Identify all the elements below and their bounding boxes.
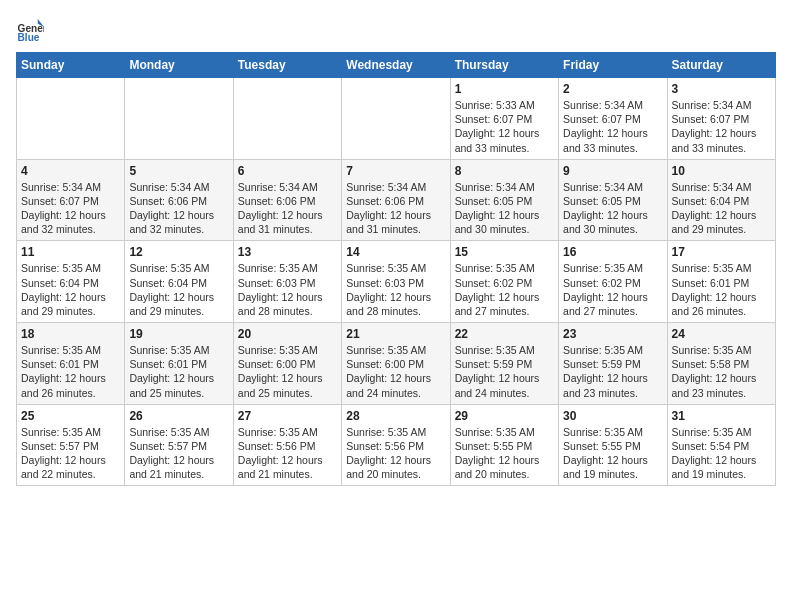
calendar-cell: 13Sunrise: 5:35 AM Sunset: 6:03 PM Dayli… — [233, 241, 341, 323]
day-number: 2 — [563, 82, 662, 96]
day-info: Sunrise: 5:35 AM Sunset: 5:56 PM Dayligh… — [346, 425, 445, 482]
calendar-cell: 26Sunrise: 5:35 AM Sunset: 5:57 PM Dayli… — [125, 404, 233, 486]
calendar-cell: 16Sunrise: 5:35 AM Sunset: 6:02 PM Dayli… — [559, 241, 667, 323]
calendar-cell: 19Sunrise: 5:35 AM Sunset: 6:01 PM Dayli… — [125, 323, 233, 405]
day-info: Sunrise: 5:35 AM Sunset: 6:04 PM Dayligh… — [129, 261, 228, 318]
calendar-cell: 22Sunrise: 5:35 AM Sunset: 5:59 PM Dayli… — [450, 323, 558, 405]
day-number: 17 — [672, 245, 771, 259]
day-number: 7 — [346, 164, 445, 178]
weekday-header-thursday: Thursday — [450, 53, 558, 78]
svg-text:Blue: Blue — [18, 32, 40, 43]
day-info: Sunrise: 5:35 AM Sunset: 6:00 PM Dayligh… — [238, 343, 337, 400]
day-number: 20 — [238, 327, 337, 341]
calendar-cell: 27Sunrise: 5:35 AM Sunset: 5:56 PM Dayli… — [233, 404, 341, 486]
day-info: Sunrise: 5:34 AM Sunset: 6:07 PM Dayligh… — [672, 98, 771, 155]
day-number: 4 — [21, 164, 120, 178]
calendar-cell: 14Sunrise: 5:35 AM Sunset: 6:03 PM Dayli… — [342, 241, 450, 323]
calendar-cell: 11Sunrise: 5:35 AM Sunset: 6:04 PM Dayli… — [17, 241, 125, 323]
day-info: Sunrise: 5:35 AM Sunset: 5:54 PM Dayligh… — [672, 425, 771, 482]
day-info: Sunrise: 5:34 AM Sunset: 6:06 PM Dayligh… — [346, 180, 445, 237]
calendar-cell: 31Sunrise: 5:35 AM Sunset: 5:54 PM Dayli… — [667, 404, 775, 486]
calendar-cell: 29Sunrise: 5:35 AM Sunset: 5:55 PM Dayli… — [450, 404, 558, 486]
day-number: 30 — [563, 409, 662, 423]
day-info: Sunrise: 5:35 AM Sunset: 5:55 PM Dayligh… — [455, 425, 554, 482]
day-number: 26 — [129, 409, 228, 423]
day-number: 9 — [563, 164, 662, 178]
day-number: 8 — [455, 164, 554, 178]
day-info: Sunrise: 5:35 AM Sunset: 5:57 PM Dayligh… — [129, 425, 228, 482]
day-info: Sunrise: 5:35 AM Sunset: 5:59 PM Dayligh… — [563, 343, 662, 400]
calendar-cell: 30Sunrise: 5:35 AM Sunset: 5:55 PM Dayli… — [559, 404, 667, 486]
calendar-cell: 28Sunrise: 5:35 AM Sunset: 5:56 PM Dayli… — [342, 404, 450, 486]
calendar-cell: 2Sunrise: 5:34 AM Sunset: 6:07 PM Daylig… — [559, 78, 667, 160]
weekday-header-sunday: Sunday — [17, 53, 125, 78]
calendar-cell — [342, 78, 450, 160]
day-number: 19 — [129, 327, 228, 341]
calendar-cell: 5Sunrise: 5:34 AM Sunset: 6:06 PM Daylig… — [125, 159, 233, 241]
day-info: Sunrise: 5:34 AM Sunset: 6:04 PM Dayligh… — [672, 180, 771, 237]
day-info: Sunrise: 5:33 AM Sunset: 6:07 PM Dayligh… — [455, 98, 554, 155]
day-number: 15 — [455, 245, 554, 259]
calendar-cell: 9Sunrise: 5:34 AM Sunset: 6:05 PM Daylig… — [559, 159, 667, 241]
calendar-cell: 18Sunrise: 5:35 AM Sunset: 6:01 PM Dayli… — [17, 323, 125, 405]
calendar-cell: 23Sunrise: 5:35 AM Sunset: 5:59 PM Dayli… — [559, 323, 667, 405]
day-info: Sunrise: 5:34 AM Sunset: 6:06 PM Dayligh… — [129, 180, 228, 237]
day-number: 14 — [346, 245, 445, 259]
day-number: 23 — [563, 327, 662, 341]
day-info: Sunrise: 5:35 AM Sunset: 6:02 PM Dayligh… — [563, 261, 662, 318]
day-info: Sunrise: 5:35 AM Sunset: 5:59 PM Dayligh… — [455, 343, 554, 400]
day-info: Sunrise: 5:34 AM Sunset: 6:05 PM Dayligh… — [563, 180, 662, 237]
calendar-cell: 8Sunrise: 5:34 AM Sunset: 6:05 PM Daylig… — [450, 159, 558, 241]
calendar-cell: 7Sunrise: 5:34 AM Sunset: 6:06 PM Daylig… — [342, 159, 450, 241]
day-number: 25 — [21, 409, 120, 423]
day-number: 21 — [346, 327, 445, 341]
calendar-cell: 12Sunrise: 5:35 AM Sunset: 6:04 PM Dayli… — [125, 241, 233, 323]
day-info: Sunrise: 5:35 AM Sunset: 5:57 PM Dayligh… — [21, 425, 120, 482]
day-info: Sunrise: 5:34 AM Sunset: 6:06 PM Dayligh… — [238, 180, 337, 237]
weekday-header-tuesday: Tuesday — [233, 53, 341, 78]
day-info: Sunrise: 5:34 AM Sunset: 6:07 PM Dayligh… — [21, 180, 120, 237]
day-info: Sunrise: 5:35 AM Sunset: 5:58 PM Dayligh… — [672, 343, 771, 400]
day-info: Sunrise: 5:34 AM Sunset: 6:05 PM Dayligh… — [455, 180, 554, 237]
weekday-header-saturday: Saturday — [667, 53, 775, 78]
day-info: Sunrise: 5:35 AM Sunset: 6:01 PM Dayligh… — [129, 343, 228, 400]
page-header: General Blue — [16, 16, 776, 44]
day-number: 31 — [672, 409, 771, 423]
logo: General Blue — [16, 16, 44, 44]
day-number: 29 — [455, 409, 554, 423]
calendar-table: SundayMondayTuesdayWednesdayThursdayFrid… — [16, 52, 776, 486]
day-info: Sunrise: 5:35 AM Sunset: 6:02 PM Dayligh… — [455, 261, 554, 318]
calendar-cell: 1Sunrise: 5:33 AM Sunset: 6:07 PM Daylig… — [450, 78, 558, 160]
day-number: 11 — [21, 245, 120, 259]
calendar-cell: 15Sunrise: 5:35 AM Sunset: 6:02 PM Dayli… — [450, 241, 558, 323]
calendar-cell — [125, 78, 233, 160]
day-number: 3 — [672, 82, 771, 96]
day-info: Sunrise: 5:35 AM Sunset: 5:55 PM Dayligh… — [563, 425, 662, 482]
weekday-header-friday: Friday — [559, 53, 667, 78]
calendar-cell: 20Sunrise: 5:35 AM Sunset: 6:00 PM Dayli… — [233, 323, 341, 405]
day-number: 6 — [238, 164, 337, 178]
day-info: Sunrise: 5:35 AM Sunset: 6:04 PM Dayligh… — [21, 261, 120, 318]
day-number: 16 — [563, 245, 662, 259]
day-number: 24 — [672, 327, 771, 341]
day-info: Sunrise: 5:35 AM Sunset: 6:01 PM Dayligh… — [21, 343, 120, 400]
calendar-cell: 21Sunrise: 5:35 AM Sunset: 6:00 PM Dayli… — [342, 323, 450, 405]
day-number: 27 — [238, 409, 337, 423]
calendar-cell: 17Sunrise: 5:35 AM Sunset: 6:01 PM Dayli… — [667, 241, 775, 323]
day-number: 5 — [129, 164, 228, 178]
day-number: 13 — [238, 245, 337, 259]
calendar-cell: 4Sunrise: 5:34 AM Sunset: 6:07 PM Daylig… — [17, 159, 125, 241]
day-number: 22 — [455, 327, 554, 341]
calendar-cell: 24Sunrise: 5:35 AM Sunset: 5:58 PM Dayli… — [667, 323, 775, 405]
calendar-cell — [17, 78, 125, 160]
weekday-header-monday: Monday — [125, 53, 233, 78]
day-number: 1 — [455, 82, 554, 96]
day-number: 12 — [129, 245, 228, 259]
day-info: Sunrise: 5:35 AM Sunset: 5:56 PM Dayligh… — [238, 425, 337, 482]
calendar-cell — [233, 78, 341, 160]
day-info: Sunrise: 5:35 AM Sunset: 6:01 PM Dayligh… — [672, 261, 771, 318]
day-number: 18 — [21, 327, 120, 341]
calendar-cell: 3Sunrise: 5:34 AM Sunset: 6:07 PM Daylig… — [667, 78, 775, 160]
calendar-cell: 25Sunrise: 5:35 AM Sunset: 5:57 PM Dayli… — [17, 404, 125, 486]
logo-icon: General Blue — [16, 16, 44, 44]
